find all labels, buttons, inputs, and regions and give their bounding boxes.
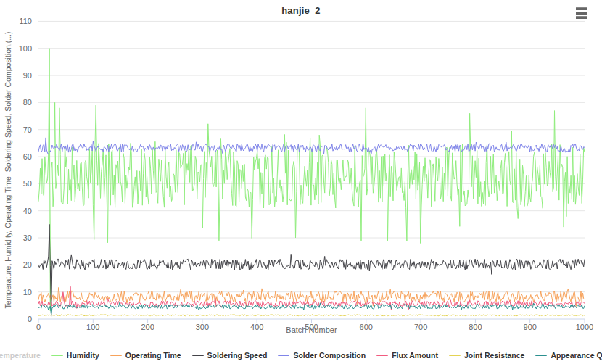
y-tick-label: 100: [19, 44, 32, 53]
legend-marker-solder-composition: [278, 355, 289, 356]
legend-marker-joint-resistance: [449, 355, 461, 356]
y-tick-label: 10: [23, 288, 32, 297]
legend-marker-flux-amount: [376, 355, 388, 356]
series-line-humidity: [38, 49, 585, 311]
chart-plot-area: 0100200300400500600700800900100001020304…: [0, 0, 602, 364]
y-tick-label: 80: [23, 98, 32, 107]
legend-item-flux-amount[interactable]: Flux Amount: [376, 351, 438, 360]
y-tick-label: 90: [23, 71, 32, 80]
legend-item-operating-time[interactable]: Operating Time: [110, 351, 181, 360]
legend: TemperatureHumidityOperating TimeSolderi…: [0, 351, 602, 360]
legend-label: Operating Time: [125, 351, 181, 360]
legend-marker-humidity: [51, 355, 63, 356]
legend-item-solder-composition[interactable]: Solder Composition: [278, 351, 366, 360]
legend-marker-operating-time: [110, 355, 122, 356]
y-tick-label: 30: [23, 233, 32, 242]
legend-label: Temperature: [0, 351, 41, 360]
legend-label: Joint Resistance: [464, 351, 524, 360]
legend-label: Humidity: [67, 351, 99, 360]
legend-item-temperature[interactable]: Temperature: [0, 351, 41, 360]
series-line-joint-resistance: [38, 315, 585, 316]
legend-item-soldering-speed[interactable]: Soldering Speed: [192, 351, 268, 360]
y-tick-label: 50: [23, 179, 32, 188]
y-tick-label: 110: [19, 17, 32, 25]
legend-item-joint-resistance[interactable]: Joint Resistance: [449, 351, 524, 360]
y-tick-label: 0: [28, 315, 32, 323]
legend-marker-soldering-speed: [192, 355, 204, 356]
legend-item-appearance-quality[interactable]: Appearance Quality: [535, 351, 602, 360]
y-tick-label: 60: [23, 152, 32, 161]
x-axis-title: Batch Number: [38, 326, 585, 334]
y-tick-label: 20: [23, 260, 32, 269]
chart-container: hanjie_2 Temperature, Humidity, Operatin…: [0, 0, 602, 364]
y-tick-label: 70: [23, 125, 32, 134]
series-line-solder-composition: [38, 138, 585, 154]
legend-label: Soldering Speed: [207, 351, 268, 360]
legend-marker-appearance-quality: [535, 355, 547, 356]
y-tick-label: 40: [23, 207, 32, 215]
legend-label: Solder Composition: [293, 351, 366, 360]
legend-item-humidity[interactable]: Humidity: [51, 351, 99, 360]
legend-label: Appearance Quality: [551, 351, 602, 360]
legend-label: Flux Amount: [392, 351, 438, 360]
